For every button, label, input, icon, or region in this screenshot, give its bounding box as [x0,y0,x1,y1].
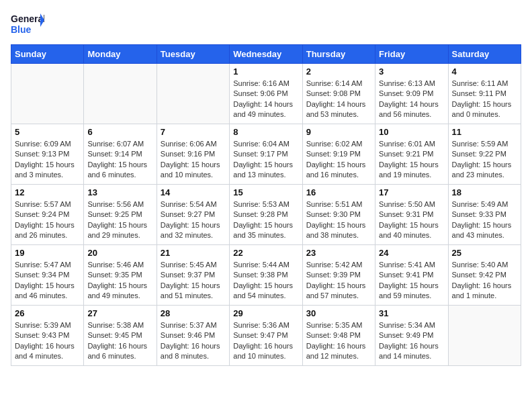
day-number: 6 [87,127,152,137]
weekday-header-saturday: Saturday [448,45,521,64]
day-number: 31 [379,308,444,318]
calendar-cell: 5Sunrise: 6:09 AM Sunset: 9:13 PM Daylig… [11,124,84,185]
logo-svg: GeneralBlue [11,11,44,38]
day-info: Sunrise: 6:07 AM Sunset: 9:14 PM Dayligh… [87,139,152,181]
calendar-week-2: 5Sunrise: 6:09 AM Sunset: 9:13 PM Daylig… [11,124,521,185]
day-number: 19 [15,248,80,258]
calendar-cell: 23Sunrise: 5:42 AM Sunset: 9:39 PM Dayli… [302,245,375,306]
calendar-cell: 28Sunrise: 5:37 AM Sunset: 9:46 PM Dayli… [157,306,229,366]
calendar-cell: 24Sunrise: 5:41 AM Sunset: 9:41 PM Dayli… [375,245,448,306]
day-info: Sunrise: 5:59 AM Sunset: 9:22 PM Dayligh… [452,139,517,181]
calendar-cell [157,64,229,124]
calendar-cell: 8Sunrise: 6:04 AM Sunset: 9:17 PM Daylig… [230,124,302,185]
logo: GeneralBlue [11,11,44,38]
calendar-cell: 6Sunrise: 6:07 AM Sunset: 9:14 PM Daylig… [84,124,157,185]
calendar-week-4: 19Sunrise: 5:47 AM Sunset: 9:34 PM Dayli… [11,245,521,306]
day-info: Sunrise: 5:50 AM Sunset: 9:31 PM Dayligh… [379,199,444,241]
calendar-cell: 1Sunrise: 6:16 AM Sunset: 9:06 PM Daylig… [230,64,302,124]
day-info: Sunrise: 6:04 AM Sunset: 9:17 PM Dayligh… [233,139,298,181]
day-info: Sunrise: 5:40 AM Sunset: 9:42 PM Dayligh… [452,260,517,302]
day-number: 30 [306,308,371,318]
calendar-cell: 18Sunrise: 5:49 AM Sunset: 9:33 PM Dayli… [448,185,521,245]
calendar-week-1: 1Sunrise: 6:16 AM Sunset: 9:06 PM Daylig… [11,64,521,124]
calendar-cell: 4Sunrise: 6:11 AM Sunset: 9:11 PM Daylig… [448,64,521,124]
calendar-week-5: 26Sunrise: 5:39 AM Sunset: 9:43 PM Dayli… [11,306,521,366]
day-number: 20 [87,248,152,258]
day-info: Sunrise: 6:14 AM Sunset: 9:08 PM Dayligh… [306,79,371,120]
day-info: Sunrise: 5:51 AM Sunset: 9:30 PM Dayligh… [306,199,371,241]
calendar-cell: 21Sunrise: 5:45 AM Sunset: 9:37 PM Dayli… [157,245,229,306]
calendar-cell: 25Sunrise: 5:40 AM Sunset: 9:42 PM Dayli… [448,245,521,306]
calendar-cell [448,306,521,366]
weekday-header-row: SundayMondayTuesdayWednesdayThursdayFrid… [11,45,521,64]
day-info: Sunrise: 5:37 AM Sunset: 9:46 PM Dayligh… [161,320,226,362]
day-number: 28 [161,308,226,318]
day-info: Sunrise: 5:38 AM Sunset: 9:45 PM Dayligh… [87,320,152,362]
day-info: Sunrise: 6:11 AM Sunset: 9:11 PM Dayligh… [452,79,517,120]
day-info: Sunrise: 5:57 AM Sunset: 9:24 PM Dayligh… [15,199,80,241]
calendar-cell: 20Sunrise: 5:46 AM Sunset: 9:35 PM Dayli… [84,245,157,306]
day-info: Sunrise: 6:02 AM Sunset: 9:19 PM Dayligh… [306,139,371,181]
calendar-cell: 12Sunrise: 5:57 AM Sunset: 9:24 PM Dayli… [11,185,84,245]
weekday-header-sunday: Sunday [11,45,84,64]
day-info: Sunrise: 5:41 AM Sunset: 9:41 PM Dayligh… [379,260,444,302]
weekday-header-tuesday: Tuesday [157,45,229,64]
calendar-cell: 10Sunrise: 6:01 AM Sunset: 9:21 PM Dayli… [375,124,448,185]
day-info: Sunrise: 5:47 AM Sunset: 9:34 PM Dayligh… [15,260,80,302]
day-number: 8 [233,127,298,137]
calendar-cell [84,64,157,124]
day-info: Sunrise: 6:13 AM Sunset: 9:09 PM Dayligh… [379,79,444,120]
day-info: Sunrise: 5:53 AM Sunset: 9:28 PM Dayligh… [233,199,298,241]
day-number: 10 [379,127,444,137]
day-info: Sunrise: 5:35 AM Sunset: 9:48 PM Dayligh… [306,320,371,362]
calendar-cell: 9Sunrise: 6:02 AM Sunset: 9:19 PM Daylig… [302,124,375,185]
calendar-cell [11,64,84,124]
day-number: 18 [452,187,517,197]
calendar-cell: 31Sunrise: 5:34 AM Sunset: 9:49 PM Dayli… [375,306,448,366]
day-number: 23 [306,248,371,258]
day-number: 22 [233,248,298,258]
day-number: 17 [379,187,444,197]
calendar-table: SundayMondayTuesdayWednesdayThursdayFrid… [11,44,521,366]
day-number: 29 [233,308,298,318]
calendar-cell: 15Sunrise: 5:53 AM Sunset: 9:28 PM Dayli… [230,185,302,245]
day-number: 11 [452,127,517,137]
calendar-cell: 14Sunrise: 5:54 AM Sunset: 9:27 PM Dayli… [157,185,229,245]
day-info: Sunrise: 6:06 AM Sunset: 9:16 PM Dayligh… [161,139,226,181]
day-info: Sunrise: 5:46 AM Sunset: 9:35 PM Dayligh… [87,260,152,302]
day-number: 12 [15,187,80,197]
day-number: 2 [306,66,371,77]
day-number: 21 [161,248,226,258]
day-info: Sunrise: 5:34 AM Sunset: 9:49 PM Dayligh… [379,320,444,362]
page-header: GeneralBlue [11,11,521,38]
calendar-cell: 30Sunrise: 5:35 AM Sunset: 9:48 PM Dayli… [302,306,375,366]
svg-text:Blue: Blue [11,24,32,35]
day-info: Sunrise: 5:39 AM Sunset: 9:43 PM Dayligh… [15,320,80,362]
calendar-cell: 19Sunrise: 5:47 AM Sunset: 9:34 PM Dayli… [11,245,84,306]
day-number: 24 [379,248,444,258]
day-number: 25 [452,248,517,258]
calendar-cell: 13Sunrise: 5:56 AM Sunset: 9:25 PM Dayli… [84,185,157,245]
day-number: 7 [161,127,226,137]
day-info: Sunrise: 6:16 AM Sunset: 9:06 PM Dayligh… [233,79,298,120]
weekday-header-monday: Monday [84,45,157,64]
day-number: 9 [306,127,371,137]
day-number: 1 [233,66,298,77]
weekday-header-friday: Friday [375,45,448,64]
calendar-cell: 7Sunrise: 6:06 AM Sunset: 9:16 PM Daylig… [157,124,229,185]
calendar-cell: 26Sunrise: 5:39 AM Sunset: 9:43 PM Dayli… [11,306,84,366]
day-number: 14 [161,187,226,197]
day-info: Sunrise: 6:01 AM Sunset: 9:21 PM Dayligh… [379,139,444,181]
day-info: Sunrise: 5:56 AM Sunset: 9:25 PM Dayligh… [87,199,152,241]
calendar-cell: 3Sunrise: 6:13 AM Sunset: 9:09 PM Daylig… [375,64,448,124]
day-number: 26 [15,308,80,318]
day-info: Sunrise: 5:54 AM Sunset: 9:27 PM Dayligh… [161,199,226,241]
day-info: Sunrise: 5:49 AM Sunset: 9:33 PM Dayligh… [452,199,517,241]
day-info: Sunrise: 5:36 AM Sunset: 9:47 PM Dayligh… [233,320,298,362]
svg-text:General: General [11,13,44,24]
day-number: 3 [379,66,444,77]
day-number: 5 [15,127,80,137]
day-info: Sunrise: 6:09 AM Sunset: 9:13 PM Dayligh… [15,139,80,181]
calendar-cell: 17Sunrise: 5:50 AM Sunset: 9:31 PM Dayli… [375,185,448,245]
calendar-cell: 27Sunrise: 5:38 AM Sunset: 9:45 PM Dayli… [84,306,157,366]
